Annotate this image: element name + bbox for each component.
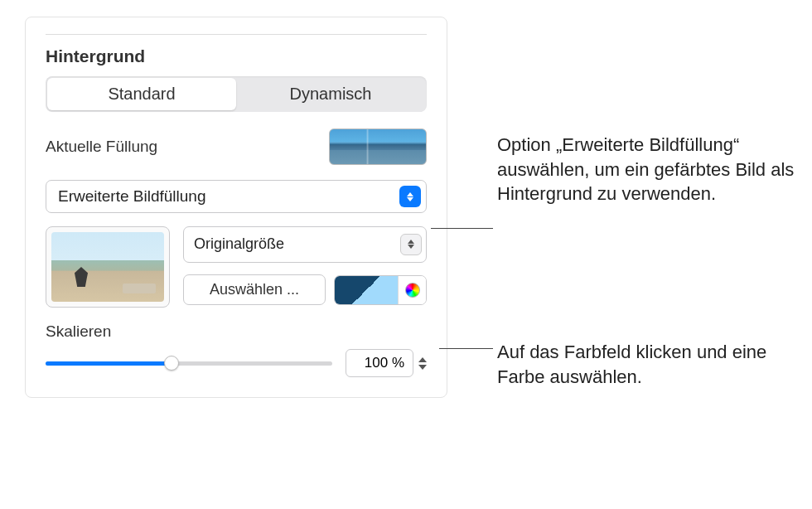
image-scale-mode-dropdown[interactable]: Originalgröße bbox=[183, 226, 427, 263]
color-wheel-icon bbox=[405, 283, 420, 298]
scale-stepper bbox=[346, 349, 427, 377]
tab-dynamic[interactable]: Dynamisch bbox=[236, 78, 425, 110]
image-settings-grid: Originalgröße Auswählen ... bbox=[46, 226, 427, 308]
current-fill-preview-thumbnail[interactable] bbox=[329, 128, 427, 165]
scale-slider[interactable] bbox=[46, 355, 332, 371]
current-fill-label: Aktuelle Füllung bbox=[46, 138, 157, 156]
scale-label: Skalieren bbox=[46, 322, 427, 341]
image-well-preview bbox=[51, 232, 164, 302]
section-title: Hintergrund bbox=[46, 46, 427, 66]
scale-row bbox=[46, 349, 427, 377]
callout-color-well: Auf das Farbfeld klicken und eine Farbe … bbox=[497, 340, 812, 389]
stepper-buttons bbox=[418, 357, 427, 370]
slider-fill bbox=[46, 361, 172, 366]
background-inspector-panel: Hintergrund Standard Dynamisch Aktuelle … bbox=[25, 17, 447, 398]
callout-fill-type: Option „Erweiterte Bildfüllung“ auswähle… bbox=[497, 133, 812, 206]
image-well[interactable] bbox=[46, 226, 170, 308]
dropdown-arrows-icon bbox=[399, 186, 421, 207]
stepper-down-icon[interactable] bbox=[418, 365, 427, 370]
color-picker-button[interactable] bbox=[398, 276, 426, 304]
scale-input[interactable] bbox=[346, 349, 413, 377]
tab-standard[interactable]: Standard bbox=[47, 78, 236, 110]
image-scale-mode-value: Originalgröße bbox=[194, 235, 284, 253]
current-fill-row: Aktuelle Füllung bbox=[46, 128, 427, 165]
slider-thumb[interactable] bbox=[164, 356, 179, 371]
divider bbox=[46, 34, 427, 35]
leader-line bbox=[431, 228, 493, 229]
leader-line bbox=[439, 348, 493, 349]
fill-type-value: Erweiterte Bildfüllung bbox=[58, 187, 205, 206]
stepper-up-icon[interactable] bbox=[418, 357, 427, 362]
scale-section: Skalieren bbox=[46, 322, 427, 377]
choose-image-button[interactable]: Auswählen ... bbox=[183, 274, 326, 305]
background-mode-segmented-control[interactable]: Standard Dynamisch bbox=[46, 76, 427, 112]
fill-type-dropdown[interactable]: Erweiterte Bildfüllung bbox=[46, 180, 427, 213]
choose-color-row: Auswählen ... bbox=[183, 273, 427, 308]
tint-color-well[interactable] bbox=[334, 275, 427, 305]
tint-color-swatch[interactable] bbox=[335, 276, 398, 304]
dropdown-arrows-icon bbox=[400, 234, 422, 255]
